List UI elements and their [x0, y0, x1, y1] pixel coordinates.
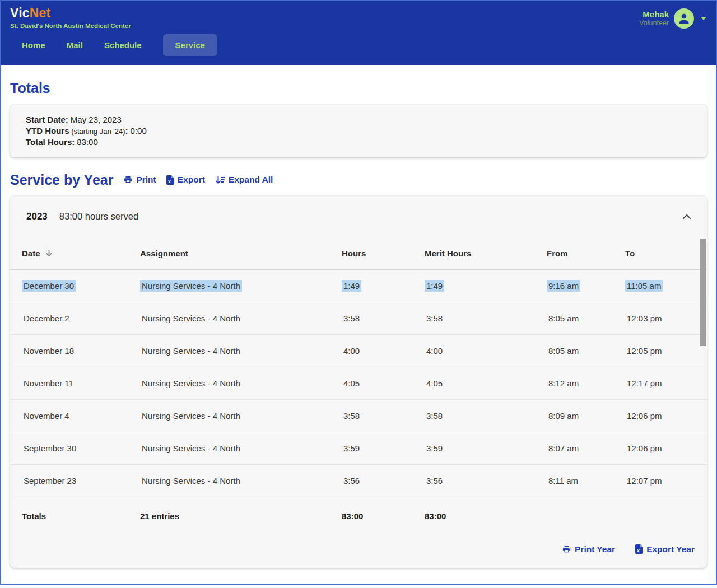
printer-icon	[123, 175, 133, 184]
year-summary: 83:00 hours served	[59, 211, 138, 222]
cell-to: 12:03 pm	[625, 312, 664, 324]
table-header-row: Date Assignment Hours Merit Hours From T…	[10, 237, 707, 270]
cell-to: 12:06 pm	[625, 442, 664, 454]
print-label: Print	[136, 175, 156, 185]
expand-all-icon	[215, 175, 225, 185]
cell-from: 8:07 am	[547, 442, 580, 454]
cell-to: 12:06 pm	[625, 410, 664, 422]
totals-card: Start Date:May 23, 2023 YTD Hours (start…	[10, 105, 707, 157]
export-year-label: Export Year	[646, 544, 695, 554]
table-row: November 4 Nursing Services - 4 North 3:…	[10, 400, 707, 432]
print-year-label: Print Year	[575, 544, 615, 554]
totals-merit-hours: 83:00	[425, 511, 547, 521]
ytd-hours-value: 0:00	[131, 126, 147, 136]
total-hours-label: Total Hours:	[26, 137, 75, 147]
year-panel-header: 2023 83:00 hours served	[10, 196, 707, 237]
printer-icon	[562, 545, 571, 554]
table-row: September 30 Nursing Services - 4 North …	[10, 432, 707, 465]
print-year-button[interactable]: Print Year	[562, 544, 615, 554]
cell-assignment: Nursing Services - 4 North	[140, 312, 242, 324]
table-row: December 2 Nursing Services - 4 North 3:…	[10, 302, 707, 335]
cell-date: November 18	[22, 345, 76, 357]
brand-block: VicNet St. David's North Austin Medical …	[10, 6, 131, 29]
cell-merit-hours: 1:49	[425, 280, 444, 292]
cell-hours: 3:58	[342, 410, 361, 422]
user-menu[interactable]: Mehak Volunteer	[639, 8, 707, 29]
print-button[interactable]: Print	[123, 175, 156, 185]
cell-from: 8:05 am	[547, 345, 580, 357]
expand-all-button[interactable]: Expand All	[215, 175, 273, 185]
export-year-button[interactable]: x Export Year	[635, 544, 695, 554]
service-by-year-title: Service by Year	[10, 172, 113, 188]
cell-from: 9:16 am	[547, 280, 580, 292]
cell-to: 12:07 pm	[625, 475, 664, 487]
excel-file-icon: x	[635, 544, 643, 554]
ytd-hours-label: YTD Hours	[26, 126, 69, 136]
logo-primary: Vic	[10, 6, 30, 20]
cell-hours: 3:58	[342, 312, 361, 324]
cell-merit-hours: 3:58	[425, 312, 444, 324]
avatar[interactable]	[674, 8, 694, 29]
nav-item-schedule[interactable]: Schedule	[104, 34, 142, 56]
cell-date: September 30	[22, 442, 78, 454]
column-header-assignment: Assignment	[140, 249, 342, 258]
column-header-hours: Hours	[342, 249, 425, 258]
cell-from: 8:11 am	[547, 475, 580, 487]
nav-item-home[interactable]: Home	[22, 34, 45, 56]
cell-to: 12:17 pm	[625, 377, 664, 389]
date-column-label: Date	[22, 249, 40, 258]
collapse-year-button[interactable]	[680, 212, 693, 222]
cell-assignment: Nursing Services - 4 North	[140, 410, 242, 422]
cell-from: 8:09 am	[547, 410, 580, 422]
vertical-scrollbar[interactable]	[700, 239, 706, 346]
nav-item-mail[interactable]: Mail	[67, 34, 83, 56]
table-row: November 11 Nursing Services - 4 North 4…	[10, 367, 707, 400]
totals-label: Totals	[22, 511, 140, 521]
start-date-value: May 23, 2023	[71, 115, 122, 124]
cell-merit-hours: 3:56	[425, 475, 444, 487]
start-date-label: Start Date:	[26, 115, 68, 124]
total-hours-value: 83:00	[77, 137, 98, 147]
cell-merit-hours: 3:59	[425, 442, 444, 454]
cell-hours: 4:05	[342, 377, 361, 389]
export-button[interactable]: x Export	[166, 175, 205, 185]
expand-all-label: Expand All	[229, 175, 273, 185]
person-icon	[677, 11, 691, 26]
cell-date: December 30	[22, 280, 76, 292]
cell-merit-hours: 3:58	[425, 410, 444, 422]
cell-date: November 11	[22, 377, 75, 389]
chevron-down-icon[interactable]	[700, 16, 707, 21]
excel-file-icon: x	[166, 175, 174, 185]
cell-hours: 3:56	[342, 475, 361, 487]
service-by-year-header: Service by Year Print x Export Expand Al…	[10, 172, 707, 188]
cell-assignment: Nursing Services - 4 North	[140, 442, 242, 454]
year-panel-2023: 2023 83:00 hours served Date A	[10, 196, 707, 568]
user-name: Mehak	[639, 10, 669, 19]
totals-title: Totals	[10, 80, 707, 96]
export-label: Export	[178, 175, 205, 185]
start-date-line: Start Date:May 23, 2023	[26, 114, 691, 125]
cell-assignment: Nursing Services - 4 North	[140, 280, 242, 292]
cell-to: 12:05 pm	[625, 345, 664, 357]
column-header-from: From	[547, 249, 625, 258]
table-row: September 23 Nursing Services - 4 North …	[10, 465, 707, 497]
nav-item-service[interactable]: Service	[163, 34, 217, 56]
table-row: November 18 Nursing Services - 4 North 4…	[10, 335, 707, 367]
ytd-hours-colon: :	[125, 126, 128, 136]
ytd-hours-line: YTD Hours (starting Jan '24):0:00	[26, 125, 691, 137]
table-row: December 30 Nursing Services - 4 North 1…	[10, 270, 707, 302]
column-header-date[interactable]: Date	[22, 249, 140, 258]
ytd-hours-note: (starting Jan '24)	[69, 127, 125, 136]
main-content: Totals Start Date:May 23, 2023 YTD Hours…	[1, 80, 716, 568]
year-label: 2023	[26, 211, 48, 222]
cell-date: September 23	[22, 475, 78, 487]
totals-hours: 83:00	[342, 511, 425, 521]
organization-name: St. David's North Austin Medical Center	[10, 22, 131, 29]
total-hours-line: Total Hours:83:00	[26, 137, 691, 148]
cell-hours: 3:59	[342, 442, 361, 454]
app-header: VicNet St. David's North Austin Medical …	[1, 1, 716, 65]
cell-date: November 4	[22, 410, 71, 422]
logo-secondary: Net	[30, 6, 51, 20]
cell-merit-hours: 4:00	[425, 345, 444, 357]
cell-assignment: Nursing Services - 4 North	[140, 345, 242, 357]
